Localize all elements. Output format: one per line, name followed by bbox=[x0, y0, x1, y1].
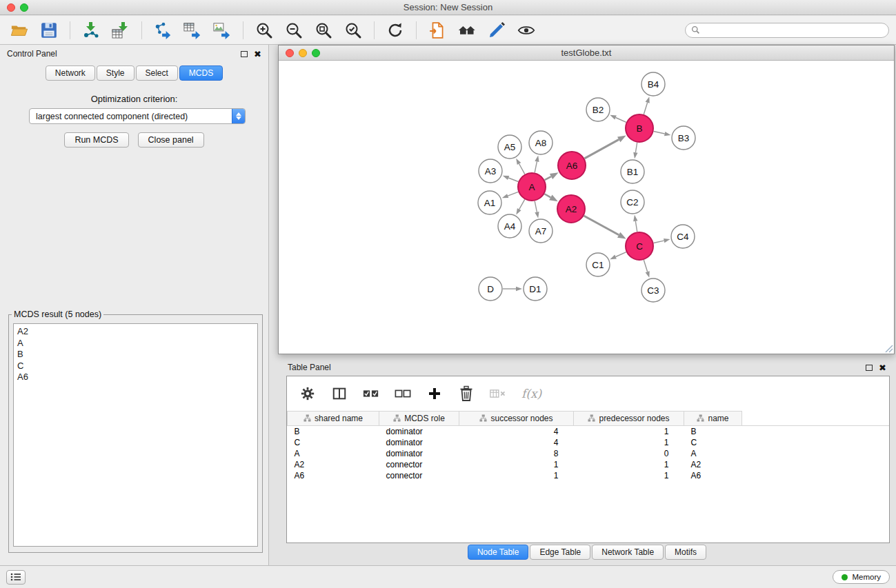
graph-edge-C-C1[interactable] bbox=[616, 252, 626, 257]
tab-edge-table[interactable]: Edge Table bbox=[530, 545, 590, 560]
network-window-titlebar[interactable]: testGlobe.txt bbox=[279, 45, 894, 61]
graph-edge-A-A8[interactable] bbox=[535, 161, 537, 172]
table-cell[interactable]: B bbox=[684, 426, 742, 437]
tab-style[interactable]: Style bbox=[97, 65, 135, 81]
node-table[interactable]: shared nameMCDS rolesuccessor nodesprede… bbox=[287, 411, 889, 543]
export-image-button[interactable] bbox=[210, 19, 235, 41]
table-cell[interactable]: dominator bbox=[379, 426, 459, 437]
graph-edge-A2-C[interactable] bbox=[584, 216, 619, 235]
column-header-MCDS-role[interactable]: MCDS role bbox=[379, 412, 459, 426]
column-header-shared-name[interactable]: shared name bbox=[288, 412, 379, 426]
delete-column-button[interactable] bbox=[458, 385, 475, 402]
table-cell[interactable]: dominator bbox=[379, 448, 459, 459]
table-settings-button[interactable] bbox=[299, 385, 316, 402]
zoom-in-button[interactable] bbox=[252, 19, 277, 41]
graph-edge-B-B3[interactable] bbox=[654, 131, 665, 134]
table-cell[interactable]: 1 bbox=[574, 470, 684, 481]
select-all-rows-button[interactable] bbox=[363, 385, 379, 402]
show-columns-button[interactable] bbox=[331, 385, 348, 402]
apply-layout-button[interactable] bbox=[383, 19, 408, 41]
table-row[interactable]: A2connector11A2 bbox=[288, 459, 890, 470]
table-cell[interactable]: C bbox=[288, 437, 379, 448]
graph-edge-C-C3[interactable] bbox=[644, 260, 647, 272]
graph-edge-A-A4[interactable] bbox=[519, 199, 525, 209]
zoom-network-window-button[interactable] bbox=[312, 49, 320, 57]
tab-select[interactable]: Select bbox=[136, 65, 178, 81]
column-header-predecessor-nodes[interactable]: predecessor nodes bbox=[574, 412, 684, 426]
graph-edge-C-C2[interactable] bbox=[635, 221, 637, 232]
result-item-a2[interactable]: A2 bbox=[17, 326, 254, 338]
export-network-button[interactable] bbox=[150, 19, 175, 41]
table-cell[interactable]: A bbox=[288, 448, 379, 459]
annotation-pen-button[interactable] bbox=[484, 19, 509, 41]
zoom-out-button[interactable] bbox=[281, 19, 306, 41]
result-item-a6[interactable]: A6 bbox=[17, 372, 254, 383]
graph-edge-A-A3[interactable] bbox=[508, 178, 518, 181]
network-graph-svg[interactable]: B4B2BB3A8A5A6A3B1AA1C2A2A4A7C4CC1C3DD1 bbox=[279, 61, 894, 354]
table-cell[interactable]: 4 bbox=[459, 437, 574, 448]
float-table-panel-icon[interactable] bbox=[866, 365, 873, 371]
close-network-window-button[interactable] bbox=[286, 49, 294, 57]
table-cell[interactable]: 8 bbox=[459, 448, 574, 459]
result-item-c[interactable]: C bbox=[17, 361, 254, 372]
export-table-button[interactable] bbox=[180, 19, 205, 41]
column-header-name[interactable]: name bbox=[684, 412, 742, 426]
graph-edge-C-C4[interactable] bbox=[653, 241, 664, 243]
table-row[interactable]: Cdominator41C bbox=[288, 437, 890, 448]
criterion-dropdown[interactable]: largest connected component (directed) bbox=[29, 108, 246, 124]
table-cell[interactable]: dominator bbox=[379, 437, 459, 448]
table-cell[interactable]: connector bbox=[379, 459, 459, 470]
graph-edge-B-B2[interactable] bbox=[616, 117, 626, 122]
zoom-selected-button[interactable] bbox=[341, 19, 366, 41]
table-cell[interactable]: 1 bbox=[459, 459, 574, 470]
network-canvas[interactable]: B4B2BB3A8A5A6A3B1AA1C2A2A4A7C4CC1C3DD1 bbox=[279, 61, 894, 354]
table-row[interactable]: Bdominator41B bbox=[288, 426, 890, 437]
zoom-window-button[interactable] bbox=[20, 3, 28, 12]
resize-grip-icon[interactable] bbox=[885, 345, 893, 353]
table-row[interactable]: Adominator80A bbox=[288, 448, 890, 459]
create-column-button[interactable] bbox=[426, 385, 443, 402]
tab-node-table[interactable]: Node Table bbox=[468, 545, 529, 560]
column-header-successor-nodes[interactable]: successor nodes bbox=[459, 412, 574, 426]
table-cell[interactable]: A2 bbox=[288, 459, 379, 470]
minimize-network-window-button[interactable] bbox=[299, 49, 307, 57]
close-window-button[interactable] bbox=[7, 3, 15, 12]
table-cell[interactable]: 1 bbox=[574, 459, 684, 470]
memory-button[interactable]: Memory bbox=[833, 570, 890, 584]
result-item-a[interactable]: A bbox=[17, 338, 254, 349]
table-cell[interactable]: A6 bbox=[288, 470, 379, 481]
zoom-fit-button[interactable] bbox=[311, 19, 336, 41]
import-file-button[interactable] bbox=[425, 19, 450, 41]
table-cell[interactable]: 1 bbox=[574, 437, 684, 448]
table-cell[interactable]: 1 bbox=[574, 426, 684, 437]
graph-edge-B-B4[interactable] bbox=[644, 103, 647, 114]
tab-network[interactable]: Network bbox=[46, 65, 95, 81]
table-cell[interactable]: 4 bbox=[459, 426, 574, 437]
table-cell[interactable]: B bbox=[288, 426, 379, 437]
close-panel-icon[interactable]: ✖ bbox=[254, 50, 261, 59]
task-history-button[interactable] bbox=[6, 570, 26, 585]
run-mcds-button[interactable]: Run MCDS bbox=[64, 132, 128, 148]
graph-edge-A-A6[interactable] bbox=[545, 176, 551, 180]
delete-table-button[interactable] bbox=[490, 385, 506, 402]
save-session-button[interactable] bbox=[37, 19, 61, 41]
show-details-button[interactable] bbox=[514, 19, 539, 41]
graph-edge-B-B1[interactable] bbox=[635, 143, 637, 153]
close-table-panel-icon[interactable]: ✖ bbox=[879, 363, 886, 372]
graph-edge-A-A7[interactable] bbox=[535, 201, 537, 212]
table-cell[interactable]: A6 bbox=[684, 470, 742, 481]
search-box[interactable] bbox=[685, 23, 889, 38]
mcds-result-list[interactable]: A2ABCA6 bbox=[13, 323, 258, 547]
table-cell[interactable]: 1 bbox=[459, 470, 574, 481]
table-cell[interactable]: A bbox=[684, 448, 742, 459]
close-panel-button[interactable]: Close panel bbox=[138, 132, 204, 148]
table-row[interactable]: A6connector11A6 bbox=[288, 470, 890, 481]
graph-edge-A-A5[interactable] bbox=[519, 164, 525, 174]
open-session-button[interactable] bbox=[7, 19, 32, 41]
graph-edge-A-A1[interactable] bbox=[508, 192, 518, 196]
result-item-b[interactable]: B bbox=[17, 349, 254, 361]
tab-mcds[interactable]: MCDS bbox=[179, 65, 223, 81]
search-input[interactable] bbox=[704, 26, 883, 35]
graph-edge-A-A2[interactable] bbox=[544, 194, 550, 197]
import-network-button[interactable] bbox=[79, 19, 103, 41]
